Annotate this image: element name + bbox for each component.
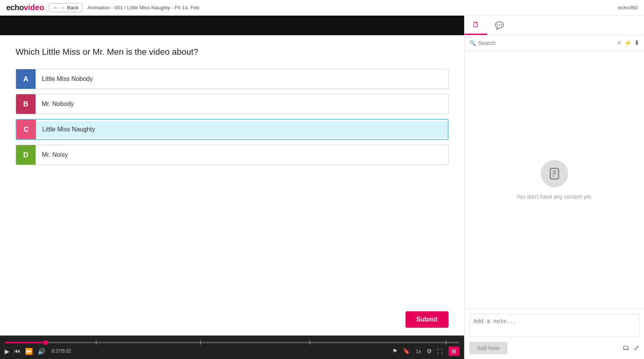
controls-right: ⚑ 🔖 1x ⚙ ⛶ ⊞ [392,346,459,356]
breadcrumb: Animation - 001 / Little Miss Naughty - … [87,5,199,11]
skip-back-icon[interactable]: ⏮ [14,348,20,355]
back-arrow-icon: ← [53,5,58,11]
answer-option-c[interactable]: C Little Miss Naughty [16,119,448,140]
video-area: Which Little Miss or Mr. Men is the vide… [0,16,464,359]
answer-text-b: Mr. Nobody [36,96,448,112]
main-layout: Which Little Miss or Mr. Men is the vide… [0,16,644,359]
note-expand-icon[interactable]: ⤢ [633,344,639,352]
sidebar: 🗒 💬 🔍 ✕ ⚡ ⬇ You don't h [464,16,644,359]
video-black-bar [0,16,464,35]
speed-button[interactable]: 1x [416,348,421,354]
answer-label-c: C [16,120,36,139]
answer-text-c: Little Miss Naughty [36,121,448,138]
answer-label-d: D [16,145,36,165]
answer-text-a: Little Miss Nobody [36,71,448,87]
flag-icon[interactable]: ⚑ [392,348,397,355]
progress-bar[interactable] [5,342,459,343]
logo: echovideo [6,3,44,12]
logo-video: video [24,3,44,12]
controls-row: ▶ ⏮ ⏩ 🔊 0:27/5:02 ⚑ 🔖 1x ⚙ ⛶ ⊞ [0,346,464,356]
submit-area: Submit [0,307,464,336]
quiz-content: Which Little Miss or Mr. Men is the vide… [0,35,464,307]
submit-button[interactable]: Submit [405,311,448,328]
tab-notes[interactable]: 🗒 [465,16,487,35]
progress-handle[interactable] [43,340,48,345]
sidebar-tabs: 🗒 💬 [465,16,644,35]
download-icon[interactable]: ⬇ [634,39,639,47]
echo360-logo: echo360 [618,5,638,11]
answer-option-d[interactable]: D Mr. Noisy [16,145,448,165]
progress-fill [5,342,46,343]
expand-icon[interactable]: ⛶ [437,348,443,355]
add-note-button[interactable]: Add Note [469,342,508,354]
answer-text-d: Mr. Noisy [36,147,448,163]
question-text: Which Little Miss or Mr. Men is the vide… [16,47,448,57]
note-card-icon[interactable]: 🗂 [622,344,630,352]
filter-icon[interactable]: ⚡ [624,39,632,47]
chat-tab-icon: 💬 [495,21,504,30]
search-icon: 🔍 [469,40,476,46]
note-actions: Add Note 🗂 ⤢ [469,342,639,354]
sidebar-search: 🔍 ✕ ⚡ ⬇ [465,35,644,51]
volume-icon[interactable]: 🔊 [38,348,45,355]
progress-tick [309,341,310,345]
search-input[interactable] [478,40,614,46]
answer-label-b: B [16,94,36,114]
notes-tab-icon: 🗒 [472,21,479,29]
time-display: 0:27/5:02 [52,348,71,354]
logo-echo: echo [6,3,24,12]
settings-icon[interactable]: ⚙ [427,348,432,355]
answer-label-a: A [16,69,36,89]
progress-tick [446,341,447,345]
search-clear-icon[interactable]: ✕ [617,39,622,47]
sidebar-empty-content: You don't have any content yet. [465,51,644,309]
empty-state-text: You don't have any content yet. [516,194,592,200]
tab-chat[interactable]: 💬 [487,16,511,35]
back-button[interactable]: ← ← Back [49,3,83,12]
sidebar-bottom: Add Note 🗂 ⤢ [465,309,644,359]
video-controls: ▶ ⏮ ⏩ 🔊 0:27/5:02 ⚑ 🔖 1x ⚙ ⛶ ⊞ [0,336,464,359]
fullscreen-button[interactable]: ⊞ [448,346,459,356]
answer-option-a[interactable]: A Little Miss Nobody [16,69,448,89]
answer-option-b[interactable]: B Mr. Nobody [16,94,448,114]
progress-tick [200,341,201,345]
fast-forward-icon[interactable]: ⏩ [25,348,33,355]
bookmark-icon[interactable]: 🔖 [403,348,410,355]
progress-tick [96,341,97,345]
play-icon[interactable]: ▶ [5,348,9,355]
note-input[interactable] [469,314,639,337]
empty-state-icon [541,160,568,187]
back-label: ← Back [61,5,79,11]
topbar: echovideo ← ← Back Animation - 001 / Lit… [0,0,644,16]
